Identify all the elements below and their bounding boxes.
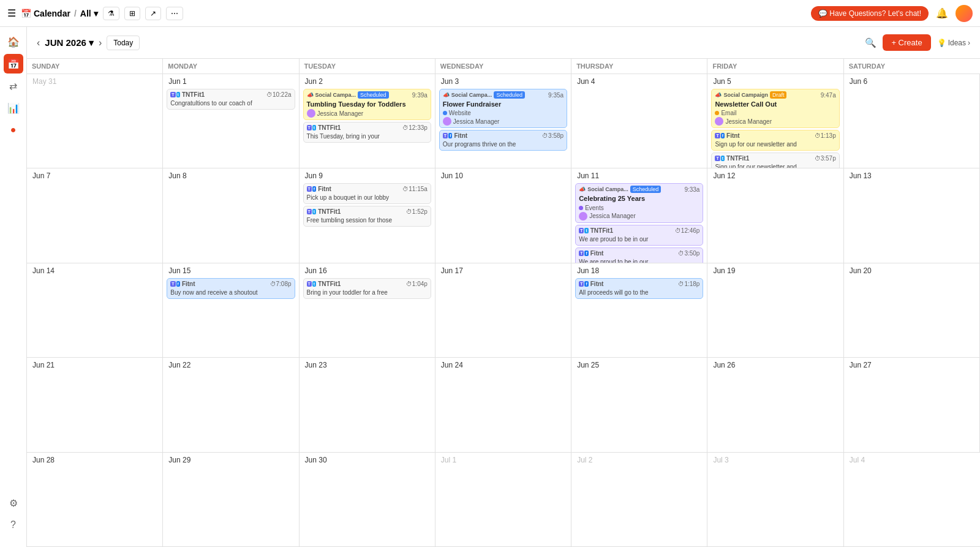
cell-jun7[interactable]: Jun 7	[27, 168, 163, 263]
ideas-icon: 💡	[937, 39, 946, 47]
cell-jun18[interactable]: Jun 18 T f Fitnt ⏱1:18p All proceeds wil…	[571, 263, 707, 358]
brand-name: Fitnt	[726, 132, 740, 139]
cell-jun2[interactable]: Jun 2 📣 Social Campa... Scheduled 9:39a …	[300, 74, 435, 168]
user-avatar[interactable]	[956, 5, 973, 22]
cell-jul2[interactable]: Jul 2	[571, 453, 707, 547]
twitter-icon: t	[721, 156, 725, 161]
cell-jun24[interactable]: Jun 24	[435, 358, 571, 452]
cell-jun21[interactable]: Jun 21	[27, 358, 163, 452]
event-body: Sign up for our newsletter and	[715, 140, 835, 148]
prev-month-button[interactable]: ‹	[37, 37, 40, 48]
event-card-flower[interactable]: 📣 Social Campa... Scheduled 9:35a Flower…	[439, 89, 567, 128]
hamburger-menu[interactable]: ☰	[7, 7, 16, 19]
event-card-newsletter[interactable]: 📣 Social Campaign Draft 9:47a Newsletter…	[711, 89, 839, 128]
calendar-header: ‹ JUN 2026 ▾ › Today 🔍 + Create 💡 Ideas …	[27, 27, 980, 59]
chat-button[interactable]: 💬 Have Questions? Let's chat!	[811, 6, 929, 21]
cell-jun4[interactable]: Jun 4	[571, 74, 707, 168]
cell-jun29[interactable]: Jun 29	[163, 453, 299, 547]
cell-jun20[interactable]: Jun 20	[844, 263, 980, 358]
cell-jun25[interactable]: Jun 25	[571, 358, 707, 452]
cell-date: Jun 20	[848, 266, 976, 276]
cell-may31[interactable]: May 31	[27, 74, 163, 168]
cell-jun3[interactable]: Jun 3 📣 Social Campa... Scheduled 9:35a …	[435, 74, 571, 168]
event-time: ⏱1:04p	[406, 281, 428, 287]
event-card-tnt3[interactable]: T t TNTFit1 ⏱3:57p Sign up for our newsl…	[711, 153, 839, 168]
today-button[interactable]: Today	[107, 36, 140, 50]
badge-label: Social Campa...	[315, 92, 356, 98]
event-card-lobby[interactable]: T f Fitnt ⏱11:15a Pick up a bouquet in o…	[303, 183, 431, 204]
event-card-toddler[interactable]: T t TNTFit1 ⏱1:04p Bring in your toddler…	[303, 278, 431, 299]
share-button[interactable]: ↗	[145, 7, 161, 20]
filter-button[interactable]: ⚗	[103, 7, 119, 20]
notifications-icon[interactable]: 🔔	[936, 7, 948, 19]
sub-dot	[715, 111, 719, 115]
sidebar-item-alert[interactable]: ●	[4, 120, 23, 140]
cell-jun28[interactable]: Jun 28	[27, 453, 163, 547]
create-button[interactable]: + Create	[883, 34, 930, 51]
sidebar-item-help[interactable]: ?	[4, 515, 23, 535]
cell-jun19[interactable]: Jun 19	[707, 263, 843, 358]
event-card-fitnt[interactable]: T f Fitnt ⏱3:58p Our programs thrive on …	[439, 130, 567, 151]
event-body: This Tuesday, bring in your	[307, 132, 428, 140]
cell-jun10[interactable]: Jun 10	[435, 168, 571, 263]
view-selector[interactable]: All	[80, 9, 91, 18]
event-header: T f Fitnt ⏱3:50p	[579, 250, 699, 257]
cell-date: Jul 3	[711, 455, 839, 465]
event-card-proceeds[interactable]: T f Fitnt ⏱1:18p All proceeds will go to…	[575, 278, 703, 299]
day-header-wednesday: WEDNESDAY	[435, 59, 571, 74]
cell-jul3[interactable]: Jul 3	[707, 453, 843, 547]
cell-jun15[interactable]: Jun 15 T f Fitnt ⏱7:08p Buy now and rece…	[163, 263, 299, 358]
cell-jun27[interactable]: Jun 27	[844, 358, 980, 452]
chevron-down-icon[interactable]: ▾	[94, 9, 98, 18]
cell-jun12[interactable]: Jun 12	[707, 168, 843, 263]
event-card-proud1[interactable]: T t TNTFit1 ⏱12:46p We are proud to be i…	[575, 225, 703, 246]
cell-jun14[interactable]: Jun 14	[27, 263, 163, 358]
cell-jun5[interactable]: Jun 5 📣 Social Campaign Draft 9:47a News…	[707, 74, 843, 168]
event-card-tumbling2[interactable]: T t TNTFit1 ⏱1:52p Free tumbling session…	[303, 206, 431, 227]
cell-jun9[interactable]: Jun 9 T f Fitnt ⏱11:15a Pick up a bouque…	[300, 168, 435, 263]
cell-jun26[interactable]: Jun 26	[707, 358, 843, 452]
event-body: We are proud to be in our	[579, 258, 699, 263]
next-month-button[interactable]: ›	[99, 37, 102, 48]
event-card-tnt2[interactable]: T t TNTFit1 ⏱12:33p This Tuesday, bring …	[303, 122, 431, 143]
sidebar-item-shuffle[interactable]: ⇄	[4, 76, 23, 96]
event-brand: T t TNTFit1	[170, 91, 205, 98]
sidebar-item-home[interactable]: 🏠	[4, 32, 23, 51]
cell-jul1[interactable]: Jul 1	[435, 453, 571, 547]
event-brand: T f Fitnt	[579, 250, 603, 257]
cell-jun1[interactable]: Jun 1 T t TNTFit1 ⏱10:22a Congratultions…	[163, 74, 299, 168]
cell-jun17[interactable]: Jun 17	[435, 263, 571, 358]
cell-jun16[interactable]: Jun 16 T t TNTFit1 ⏱1:04p Bring in your …	[300, 263, 435, 358]
current-month[interactable]: JUN 2026 ▾	[45, 37, 94, 48]
ideas-button[interactable]: 💡 Ideas ›	[937, 39, 970, 47]
twitter-icon: t	[312, 125, 316, 130]
cell-jun6[interactable]: Jun 6	[844, 74, 980, 168]
search-button[interactable]: 🔍	[865, 37, 876, 48]
sidebar-item-calendar[interactable]: 📅	[4, 54, 23, 74]
calendar-navigation: ‹ JUN 2026 ▾ › Today	[37, 36, 140, 50]
grid-view-button[interactable]: ⊞	[124, 7, 140, 20]
event-card-25years[interactable]: 📣 Social Campa... Scheduled 9:33a Celebr…	[575, 183, 703, 222]
cell-jun30[interactable]: Jun 30	[300, 453, 435, 547]
event-card[interactable]: T t TNTFit1 ⏱10:22a Congratultions to ou…	[167, 89, 295, 110]
brand-name: Fitnt	[318, 186, 331, 192]
event-body: Free tumbling session for those	[307, 216, 428, 224]
cell-jun13[interactable]: Jun 13	[844, 168, 980, 263]
cell-jun23[interactable]: Jun 23	[300, 358, 435, 452]
sidebar-item-settings[interactable]: ⚙	[4, 493, 23, 513]
event-card-tumbling[interactable]: 📣 Social Campa... Scheduled 9:39a Tumbli…	[303, 89, 431, 120]
event-card-fitnt2[interactable]: T f Fitnt ⏱1:13p Sign up for our newslet…	[711, 130, 839, 151]
cell-jul4[interactable]: Jul 4	[844, 453, 980, 547]
day-header-friday: FRIDAY	[707, 59, 843, 74]
event-header: T t TNTFit1 ⏱10:22a	[170, 91, 291, 98]
cell-jun8[interactable]: Jun 8	[163, 168, 299, 263]
calendar-area: ‹ JUN 2026 ▾ › Today 🔍 + Create 💡 Ideas …	[27, 27, 980, 547]
event-card-proud2[interactable]: T f Fitnt ⏱3:50p We are proud to be in o…	[575, 247, 703, 263]
event-card-shoutout[interactable]: T f Fitnt ⏱7:08p Buy now and receive a s…	[167, 278, 295, 299]
cell-jun11[interactable]: Jun 11 📣 Social Campa... Scheduled 9:33a…	[571, 168, 707, 263]
more-options-button[interactable]: ⋯	[166, 7, 183, 20]
meta-icon: f	[176, 281, 180, 287]
month-label: JUN 2026	[45, 37, 86, 48]
sidebar-item-analytics[interactable]: 📊	[4, 98, 23, 118]
cell-jun22[interactable]: Jun 22	[163, 358, 299, 452]
